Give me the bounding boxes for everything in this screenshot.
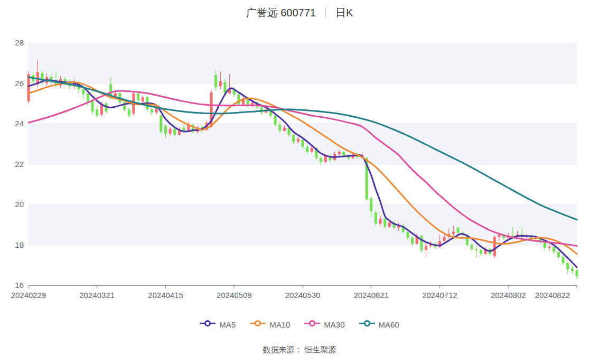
candle-body <box>137 94 139 100</box>
candle-body <box>576 270 578 276</box>
svg-text:24: 24 <box>15 119 24 128</box>
legend-item-ma10[interactable]: MA10 <box>250 320 290 329</box>
candle-body <box>471 245 473 249</box>
legend-label: MA5 <box>219 320 236 329</box>
candle-body <box>237 95 240 105</box>
candle-body <box>160 116 162 132</box>
candle-body <box>214 75 217 87</box>
candle-body <box>411 238 414 244</box>
legend-item-ma30[interactable]: MA30 <box>304 320 344 329</box>
candle-body <box>383 219 386 227</box>
x-axis-label: 20240321 <box>79 291 115 300</box>
x-axis-label: 20240229 <box>11 291 46 300</box>
ma-legend: MA5 MA10 MA30 MA60 <box>0 320 599 329</box>
x-axis-label: 20240712 <box>422 291 457 300</box>
candle-body <box>457 228 460 233</box>
candle-body <box>219 81 222 87</box>
kline-page: 广誉远 600771 日K 28262422201816202402292024… <box>0 0 599 364</box>
candle-body <box>169 129 172 134</box>
candle-body <box>475 249 478 250</box>
candle-body <box>493 237 496 256</box>
candle-body <box>260 107 263 113</box>
x-axis-label: 20240822 <box>535 291 570 300</box>
candle-body <box>498 235 500 237</box>
candle-body <box>443 237 446 241</box>
candle-body <box>375 212 377 223</box>
data-source-note: 数据来源： 恒生聚源 <box>0 345 599 355</box>
candle-body <box>548 247 551 248</box>
candle-body <box>91 101 94 111</box>
y-axis-labels: 28262422201816 <box>15 38 24 290</box>
legend-label: MA60 <box>379 320 399 329</box>
svg-text:28: 28 <box>15 38 24 47</box>
candle-body <box>452 232 455 234</box>
candle-body <box>96 109 98 115</box>
candle-body <box>302 140 304 147</box>
x-axis-label: 20240509 <box>217 291 252 300</box>
candle-body <box>342 152 345 156</box>
candle-body <box>292 135 295 142</box>
candle-body <box>406 232 409 238</box>
svg-text:18: 18 <box>15 240 24 249</box>
svg-text:26: 26 <box>15 79 24 88</box>
candle-body <box>142 97 144 101</box>
svg-text:22: 22 <box>15 160 24 169</box>
svg-text:16: 16 <box>15 281 24 290</box>
candle-body <box>128 109 130 115</box>
x-axis: 2024022920240321202404152024050920240530… <box>11 286 577 300</box>
candle-body <box>87 94 89 101</box>
candle-body <box>27 74 30 101</box>
candle-body <box>379 219 382 224</box>
candle-body <box>338 152 341 154</box>
candle-body <box>82 89 85 95</box>
candle-body <box>306 147 308 152</box>
x-axis-label: 20240530 <box>285 291 321 300</box>
candle-body <box>420 236 423 250</box>
ma10-marker-icon <box>250 320 266 329</box>
x-axis-label: 20240621 <box>353 291 389 300</box>
candle-body <box>311 148 313 152</box>
candle-body <box>562 257 565 263</box>
candle-body <box>151 109 153 113</box>
candle-body <box>553 247 555 252</box>
legend-label: MA10 <box>269 320 290 329</box>
candle-body <box>64 79 67 81</box>
candle-body <box>480 250 482 254</box>
candle-body <box>278 125 281 130</box>
candle-body <box>283 128 286 131</box>
legend-label: MA30 <box>324 320 344 329</box>
candle-body <box>297 139 300 142</box>
ma60-marker-icon <box>359 320 375 329</box>
x-axis-label: 20240802 <box>491 291 526 300</box>
candle-body <box>388 222 391 227</box>
candle-body <box>557 252 560 257</box>
candle-body <box>173 129 176 135</box>
candle-body <box>274 116 277 125</box>
candle-body <box>571 268 574 271</box>
candlestick-chart: 2826242220181620240229202403212024041520… <box>0 0 599 364</box>
candle-body <box>370 199 372 212</box>
legend-item-ma60[interactable]: MA60 <box>359 320 399 329</box>
candle-body <box>566 263 569 269</box>
candle-body <box>425 246 427 250</box>
candle-body <box>324 156 327 162</box>
candle-body <box>320 158 322 162</box>
candle-body <box>183 128 185 131</box>
ma5-marker-icon <box>200 320 216 329</box>
ma30-marker-icon <box>304 320 320 329</box>
svg-text:20: 20 <box>15 200 24 209</box>
candle-body <box>164 126 167 134</box>
legend-item-ma5[interactable]: MA5 <box>200 320 236 329</box>
x-axis-label: 20240415 <box>148 291 183 300</box>
